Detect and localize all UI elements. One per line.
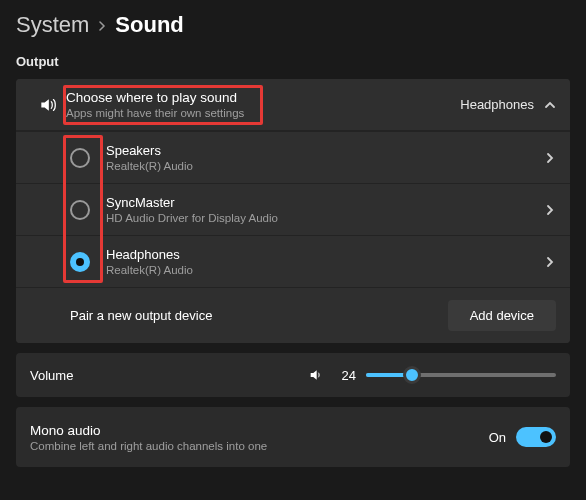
- choose-output-title: Choose where to play sound: [66, 90, 460, 105]
- chevron-right-icon[interactable]: [544, 204, 556, 216]
- device-driver: HD Audio Driver for Display Audio: [106, 212, 544, 224]
- speaker-icon: [30, 95, 66, 115]
- volume-slider[interactable]: [366, 367, 556, 383]
- breadcrumb-current: Sound: [115, 12, 183, 38]
- chevron-right-icon: [97, 15, 107, 36]
- radio-button[interactable]: [70, 200, 90, 220]
- output-device-row[interactable]: HeadphonesRealtek(R) Audio: [16, 235, 570, 287]
- output-device-row[interactable]: SyncMasterHD Audio Driver for Display Au…: [16, 183, 570, 235]
- output-device-row[interactable]: SpeakersRealtek(R) Audio: [16, 131, 570, 183]
- mono-audio-sub: Combine left and right audio channels in…: [30, 440, 489, 452]
- mono-toggle-label: On: [489, 430, 506, 445]
- add-device-button[interactable]: Add device: [448, 300, 556, 331]
- volume-icon[interactable]: [308, 367, 324, 383]
- mono-audio-card: Mono audio Combine left and right audio …: [16, 407, 570, 467]
- chevron-up-icon[interactable]: [544, 99, 556, 111]
- pair-device-label: Pair a new output device: [70, 308, 448, 323]
- device-name: Headphones: [106, 247, 544, 262]
- output-card: Choose where to play sound Apps might ha…: [16, 79, 570, 343]
- chevron-right-icon[interactable]: [544, 152, 556, 164]
- selected-output-value: Headphones: [460, 97, 534, 112]
- radio-button[interactable]: [70, 252, 90, 272]
- radio-button[interactable]: [70, 148, 90, 168]
- volume-value: 24: [334, 368, 356, 383]
- mono-toggle[interactable]: [516, 427, 556, 447]
- choose-output-sub: Apps might have their own settings: [66, 107, 460, 119]
- choose-output-row[interactable]: Choose where to play sound Apps might ha…: [16, 79, 570, 131]
- breadcrumb-parent[interactable]: System: [16, 12, 89, 38]
- device-driver: Realtek(R) Audio: [106, 160, 544, 172]
- breadcrumb: System Sound: [0, 0, 586, 44]
- device-driver: Realtek(R) Audio: [106, 264, 544, 276]
- volume-label: Volume: [30, 368, 73, 383]
- pair-device-row: Pair a new output device Add device: [16, 287, 570, 343]
- volume-card: Volume 24: [16, 353, 570, 397]
- mono-audio-title: Mono audio: [30, 423, 489, 438]
- device-name: Speakers: [106, 143, 544, 158]
- device-name: SyncMaster: [106, 195, 544, 210]
- output-section-label: Output: [0, 44, 586, 75]
- chevron-right-icon[interactable]: [544, 256, 556, 268]
